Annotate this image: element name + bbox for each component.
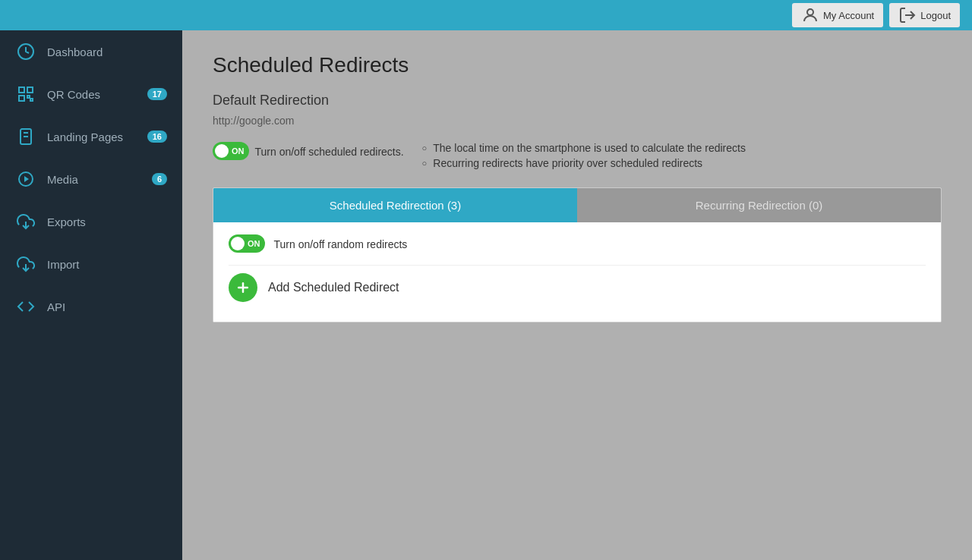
dashboard-icon	[15, 41, 36, 62]
exports-icon	[15, 211, 36, 232]
landing-pages-icon	[15, 126, 36, 147]
my-account-button[interactable]: My Account	[792, 3, 883, 27]
random-toggle-switch[interactable]: ON	[229, 234, 265, 253]
tabs-header: Scheduled Redirection (3) Recurring Redi…	[213, 188, 941, 222]
info-bullets: The local time on the smartphone is used…	[422, 142, 746, 172]
svg-point-0	[807, 9, 813, 15]
logout-button[interactable]: Logout	[889, 3, 960, 27]
section-title: Default Redirection	[213, 93, 942, 109]
plus-icon	[235, 280, 251, 295]
tab-body: ON Turn on/off random redirects Add Sche…	[213, 222, 941, 322]
top-bar: My Account Logout	[0, 0, 972, 30]
default-url: http://google.com	[213, 115, 942, 127]
tab-recurring[interactable]: Recurring Redirection (0)	[577, 188, 941, 222]
main-content: Scheduled Redirects Default Redirection …	[182, 30, 972, 560]
sidebar: Dashboard QR Codes 17 Landing Pages 16	[0, 30, 182, 560]
add-scheduled-redirect-label: Add Scheduled Redirect	[268, 281, 399, 294]
add-scheduled-redirect-button[interactable]	[229, 273, 257, 302]
media-icon	[15, 168, 36, 190]
sidebar-item-dashboard[interactable]: Dashboard	[0, 30, 182, 73]
sidebar-item-api[interactable]: API	[0, 285, 182, 328]
main-toggle-switch[interactable]: ON	[213, 142, 249, 160]
info-bullet-1: The local time on the smartphone is used…	[422, 142, 746, 154]
random-toggle-knob	[231, 237, 245, 250]
api-icon	[15, 296, 36, 317]
toggle-knob	[215, 144, 229, 158]
tabs-container: Scheduled Redirection (3) Recurring Redi…	[213, 187, 942, 322]
tab-scheduled[interactable]: Scheduled Redirection (3)	[213, 188, 577, 222]
sidebar-item-qr-codes[interactable]: QR Codes 17	[0, 73, 182, 115]
svg-rect-6	[27, 96, 30, 98]
import-icon	[15, 253, 36, 275]
svg-rect-5	[19, 96, 24, 101]
info-bullet-2: Recurring redirects have priority over s…	[422, 157, 746, 169]
page-title: Scheduled Redirects	[213, 53, 942, 77]
sidebar-item-media[interactable]: Media 6	[0, 158, 182, 200]
qr-codes-icon	[15, 83, 36, 105]
main-toggle-text: Turn on/off scheduled redirects.	[255, 144, 404, 158]
add-scheduled-redirect-row[interactable]: Add Scheduled Redirect	[229, 265, 926, 310]
sidebar-item-landing-pages[interactable]: Landing Pages 16	[0, 115, 182, 158]
sidebar-item-exports[interactable]: Exports	[0, 200, 182, 243]
random-toggle-text: Turn on/off random redirects	[274, 237, 408, 250]
sidebar-item-import[interactable]: Import	[0, 243, 182, 285]
svg-marker-12	[24, 176, 29, 182]
svg-rect-3	[19, 87, 24, 93]
random-toggle-row: ON Turn on/off random redirects	[229, 234, 926, 253]
layout: Dashboard QR Codes 17 Landing Pages 16	[0, 30, 972, 560]
svg-rect-7	[30, 99, 33, 101]
svg-rect-4	[27, 87, 33, 93]
main-toggle-row: ON Turn on/off scheduled redirects. The …	[213, 142, 942, 172]
